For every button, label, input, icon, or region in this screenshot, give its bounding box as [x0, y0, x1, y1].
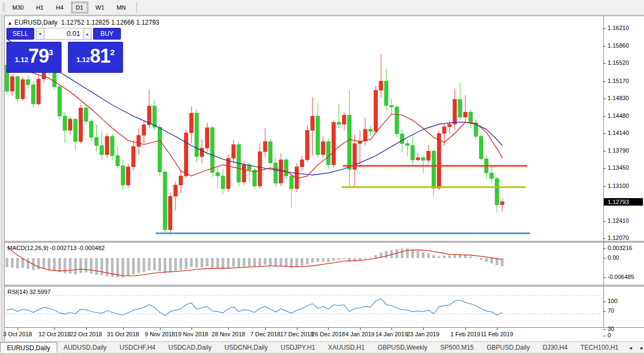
symbol-tab-usdcnh[interactable]: USDCNH,Daily [218, 342, 274, 353]
dock-separator[interactable] [0, 16, 4, 341]
panel-separator[interactable] [4, 285, 644, 286]
date-tick [160, 328, 160, 330]
sell-price-prefix: 1.12 [15, 56, 28, 64]
price-tick-label: 1.15520 [608, 59, 629, 66]
symbol-tab-usdcad[interactable]: USDCAD,Daily [162, 342, 218, 353]
bull-candle [184, 133, 188, 176]
price-tick-label: 1.15170 [608, 78, 629, 84]
symbol-tab-usdchf[interactable]: USDCHF,H4 [113, 342, 162, 353]
symbol-tab-eurusd[interactable]: EURUSD,Daily [0, 342, 57, 353]
symbol-tab-gbpusd[interactable]: GBPUSD,Weekly [371, 342, 434, 353]
bear-candle [421, 158, 425, 161]
macd-tick [603, 277, 605, 278]
timeframe-button-d1[interactable]: D1 [71, 2, 88, 13]
symbol-tab-tech100[interactable]: TECH100,H1 [574, 342, 625, 353]
lot-decrease-button[interactable]: ▼ [36, 28, 44, 40]
price-tick-label: 1.13790 [608, 147, 629, 154]
sell-button[interactable]: SELL [6, 28, 34, 40]
toolbar-grip-icon[interactable] [3, 3, 5, 12]
bear-candle [158, 127, 162, 172]
timeframe-button-h4[interactable]: H4 [51, 2, 68, 13]
buy-button[interactable]: BUY [93, 28, 121, 40]
bear-candle [479, 137, 483, 159]
buy-price-prefix: 1.12 [76, 56, 90, 64]
symbol-tab-xauusd[interactable]: XAUUSD,H1 [321, 342, 371, 353]
bull-candle [342, 115, 346, 124]
price-tick-label: 1.12410 [608, 217, 629, 224]
bull-candle [416, 158, 420, 160]
bull-candle [427, 151, 431, 160]
bear-candle [385, 81, 388, 105]
rsi-tick [603, 336, 605, 336]
bear-candle [400, 134, 404, 143]
date-tick-label: 3 Oct 2018 [3, 331, 32, 337]
bull-candle [379, 81, 383, 90]
macd-tick [603, 248, 605, 249]
bull-candle [263, 141, 267, 152]
bear-candle [316, 116, 320, 155]
bull-candle [137, 135, 141, 147]
tab-navigation: ◂▸ [625, 342, 644, 353]
price-tick [603, 99, 605, 99]
symbol-tab-sp500[interactable]: SP500,M15 [434, 342, 480, 353]
toolbar-separator [136, 2, 137, 13]
trading-platform-window: M30H1H4D1W1MN ▲EURUSD,Daily 1.12752 1.12… [0, 0, 644, 355]
lot-size-input[interactable]: 0.01 [44, 28, 83, 40]
buy-price-main: 81 [90, 47, 110, 66]
panel-separator[interactable] [4, 241, 644, 243]
bear-candle [348, 115, 351, 169]
sell-price-button[interactable]: 1.12793 [6, 42, 62, 73]
date-tick-label: 31 Oct 2018 [107, 331, 139, 337]
buy-price-pip: 2 [110, 48, 114, 57]
bear-candle [221, 176, 225, 189]
lot-increase-button[interactable]: ▲ [83, 28, 91, 40]
bull-candle [168, 197, 172, 230]
symbol-tab-usdjpy[interactable]: USDJPY,H1 [274, 342, 321, 353]
symbol-tab-dj30[interactable]: DJ30,H4 [536, 342, 574, 353]
date-tick [497, 328, 497, 330]
bull-candle [189, 113, 193, 133]
bear-candle [337, 122, 341, 124]
price-tick [603, 133, 605, 134]
timeframe-button-m30[interactable]: M30 [7, 2, 28, 13]
date-tick [18, 328, 18, 330]
bull-candle [132, 147, 135, 167]
bull-candle [105, 137, 109, 155]
rsi-tick-label: 30 [608, 326, 614, 332]
timeframe-button-mn[interactable]: MN [112, 2, 131, 13]
bull-candle [437, 133, 441, 188]
bear-candle [100, 146, 104, 155]
bull-candle [242, 165, 246, 182]
rsi-indicator-chart [5, 286, 603, 327]
bear-candle [152, 106, 156, 127]
timeframe-button-w1[interactable]: W1 [91, 2, 110, 13]
symbol-tab-gbpusd[interactable]: GBPUSD,Daily [480, 342, 536, 353]
price-tick [603, 46, 605, 47]
date-tick-label: 28 Nov 2018 [212, 331, 245, 337]
date-tick [297, 328, 297, 330]
bear-candle [269, 141, 272, 163]
bull-candle [10, 77, 14, 91]
collapse-panel-icon[interactable]: ▲ [7, 20, 12, 26]
macd-label: MACD(12,26,9) -0.002713 -0.000482 [7, 245, 105, 251]
bear-candle [116, 156, 119, 166]
symbol-tab-audusd[interactable]: AUDUSD,Daily [57, 342, 113, 353]
tabs-scroll-right-icon[interactable]: ▸ [637, 345, 644, 351]
rsi-tick-label: 70 [608, 307, 614, 314]
tabs-scroll-left-icon[interactable]: ◂ [625, 345, 637, 351]
bear-candle [163, 172, 167, 230]
date-tick-label: 7 Dec 2018 [250, 331, 280, 337]
timeframe-button-h1[interactable]: H1 [31, 2, 48, 13]
date-tick-label: 14 Jan 2019 [375, 331, 408, 337]
bear-candle [411, 146, 415, 160]
price-tick-label: 1.14480 [608, 112, 629, 119]
buy-price-button[interactable]: 1.12812 [68, 42, 123, 73]
date-tick-label: 9 Nov 2018 [145, 331, 175, 337]
bull-candle [200, 148, 204, 157]
bull-candle [142, 125, 146, 135]
date-tick [86, 328, 87, 330]
price-tick [603, 186, 605, 187]
bear-candle [84, 108, 88, 122]
bear-candle [95, 138, 98, 146]
bear-candle [405, 143, 409, 146]
